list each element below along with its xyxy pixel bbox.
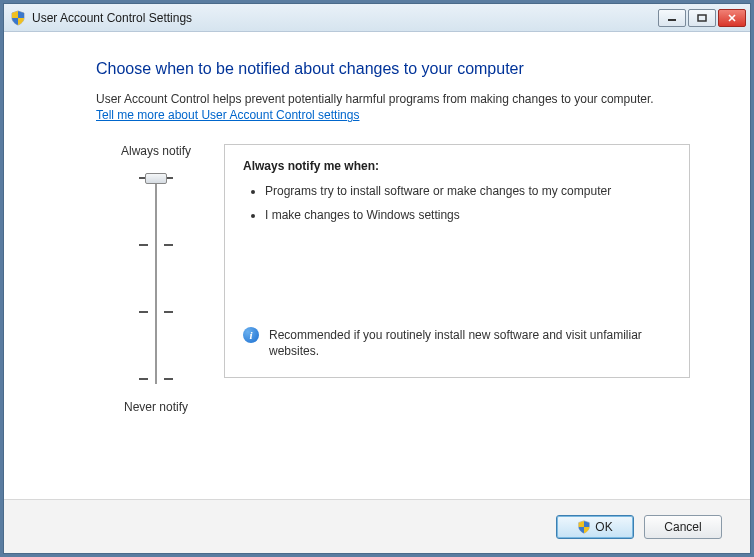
titlebar[interactable]: User Account Control Settings [4, 4, 750, 32]
ok-button-label: OK [595, 520, 612, 534]
footer-bar: OK Cancel [4, 499, 750, 553]
detail-title: Always notify me when: [243, 159, 671, 173]
shield-icon [577, 520, 591, 534]
detail-list: Programs try to install software or make… [243, 183, 671, 223]
maximize-button[interactable] [688, 9, 716, 27]
list-item: I make changes to Windows settings [265, 207, 671, 223]
close-icon [727, 14, 737, 22]
svg-rect-1 [698, 15, 706, 21]
notification-detail-box: Always notify me when: Programs try to i… [224, 144, 690, 378]
svg-rect-0 [668, 19, 676, 21]
slider-track[interactable] [126, 174, 186, 384]
list-item: Programs try to install software or make… [265, 183, 671, 199]
recommendation-row: i Recommended if you routinely install n… [243, 327, 671, 359]
info-icon: i [243, 327, 259, 343]
slider-label-bottom: Never notify [96, 400, 216, 414]
notification-slider[interactable]: Always notify Never notify [96, 144, 216, 414]
learn-more-link[interactable]: Tell me more about User Account Control … [96, 108, 359, 122]
window-title: User Account Control Settings [32, 11, 658, 25]
cancel-button[interactable]: Cancel [644, 515, 722, 539]
close-button[interactable] [718, 9, 746, 27]
ok-button[interactable]: OK [556, 515, 634, 539]
content-area: Choose when to be notified about changes… [4, 32, 750, 553]
maximize-icon [697, 14, 707, 22]
slider-thumb[interactable] [145, 173, 167, 184]
uac-settings-window: User Account Control Settings Choose whe… [3, 3, 751, 554]
minimize-icon [667, 14, 677, 22]
shield-icon [10, 10, 26, 26]
description-text: User Account Control helps prevent poten… [96, 92, 690, 106]
minimize-button[interactable] [658, 9, 686, 27]
cancel-button-label: Cancel [664, 520, 701, 534]
page-heading: Choose when to be notified about changes… [96, 60, 690, 78]
recommendation-text: Recommended if you routinely install new… [269, 327, 671, 359]
slider-label-top: Always notify [96, 144, 216, 158]
